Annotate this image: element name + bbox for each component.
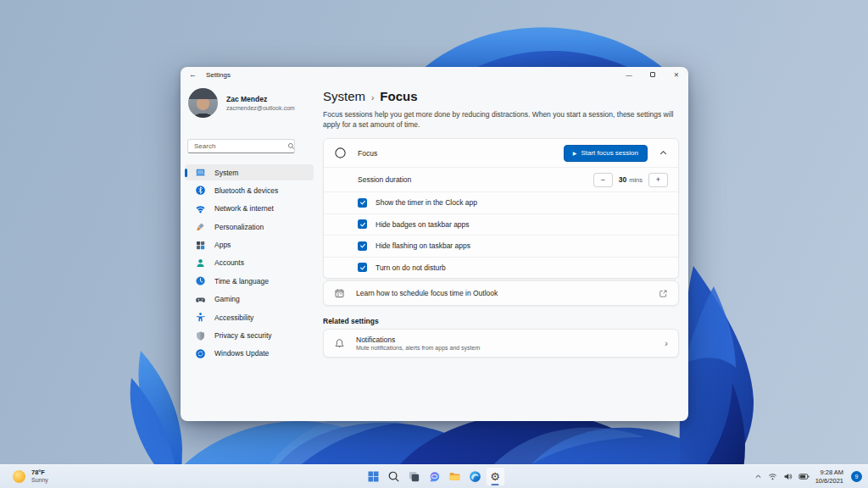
profile-email: zacmendez@outlook.com: [226, 105, 295, 111]
apps-icon: [195, 240, 206, 251]
taskbar-search-button[interactable]: [384, 467, 403, 486]
file-explorer-icon: [448, 470, 461, 483]
windows-logo-icon: [367, 470, 380, 483]
sidebar-item-label: System: [214, 169, 238, 177]
minimize-button[interactable]: —: [617, 67, 641, 82]
sidebar-item-label: Privacy & security: [214, 331, 272, 340]
notifications-title: Notifications: [356, 336, 480, 344]
notifications-card[interactable]: Notifications Mute notifications, alerts…: [323, 329, 679, 358]
bluetooth-icon: [195, 185, 206, 196]
page-description: Focus sessions help you get more done by…: [323, 109, 679, 130]
titlebar: ← Settings — ✕: [181, 67, 688, 82]
checkbox-checked-icon[interactable]: [358, 219, 367, 229]
clock[interactable]: 9:28 AM 10/6/2021: [815, 469, 843, 485]
edge-icon: [469, 470, 481, 483]
sidebar-nav: System Bluetooth & devices Network & int…: [185, 164, 314, 362]
sidebar-item-apps[interactable]: Apps: [185, 237, 314, 253]
chat-icon: [428, 470, 441, 483]
sidebar-item-privacy[interactable]: Privacy & security: [185, 328, 314, 344]
related-settings-heading: Related settings: [323, 317, 379, 325]
breadcrumb-parent[interactable]: System: [323, 89, 365, 103]
accounts-icon: [195, 258, 206, 269]
focus-title: Focus: [358, 149, 377, 158]
sidebar-item-accounts[interactable]: Accounts: [185, 255, 314, 271]
widgets-weather-button[interactable]: 78°F Sunny: [8, 465, 53, 488]
weather-temperature: 78°F: [31, 469, 48, 477]
start-focus-session-button[interactable]: ▶ Start focus session: [564, 145, 648, 162]
system-icon: [195, 167, 206, 178]
gear-icon: ⚙: [490, 471, 500, 482]
chevron-up-icon[interactable]: [659, 148, 668, 158]
search-icon: [387, 470, 400, 483]
personalization-icon: [195, 221, 206, 232]
duration-decrease-button[interactable]: −: [593, 173, 613, 187]
checkbox-checked-icon[interactable]: [358, 241, 367, 251]
chat-button[interactable]: [425, 467, 444, 486]
sidebar-item-label: Windows Update: [214, 349, 269, 358]
hidden-icons-chevron-icon[interactable]: [754, 473, 762, 480]
settings-app-button[interactable]: ⚙: [486, 467, 505, 486]
close-button[interactable]: ✕: [665, 67, 688, 82]
sidebar-item-system[interactable]: System: [185, 164, 314, 180]
notifications-subtitle: Mute notifications, alerts from apps and…: [356, 345, 480, 351]
back-button[interactable]: ←: [189, 71, 197, 79]
gaming-icon: [195, 294, 206, 305]
checkbox-row-timer[interactable]: Show the timer in the Clock app: [324, 191, 678, 214]
outlook-link-card[interactable]: Learn how to schedule focus time in Outl…: [323, 280, 679, 306]
focus-icon: [334, 147, 347, 159]
sidebar-item-time-language[interactable]: Time & language: [185, 273, 314, 289]
checkbox-row-badges[interactable]: Hide badges on taskbar apps: [324, 214, 678, 236]
start-button[interactable]: [364, 467, 383, 486]
windows-update-icon: [195, 348, 206, 359]
battery-icon[interactable]: [798, 471, 810, 482]
main-pane: System › Focus Focus sessions help you g…: [323, 82, 682, 421]
sidebar-item-label: Network & internet: [214, 204, 274, 213]
duration-number: 30: [619, 175, 626, 184]
checkbox-row-dnd[interactable]: Turn on do not disturb: [324, 257, 678, 279]
sidebar-item-personalization[interactable]: Personalization: [185, 219, 314, 235]
checkbox-checked-icon[interactable]: [358, 263, 367, 272]
sidebar-item-label: Bluetooth & devices: [214, 186, 278, 195]
sidebar-item-bluetooth[interactable]: Bluetooth & devices: [185, 182, 314, 198]
profile-name: Zac Mendez: [226, 95, 295, 103]
edge-button[interactable]: [465, 467, 485, 486]
duration-value: 30mins: [619, 175, 643, 184]
sidebar-item-gaming[interactable]: Gaming: [185, 291, 314, 308]
notification-count-badge[interactable]: 9: [851, 471, 862, 482]
duration-increase-button[interactable]: +: [648, 173, 668, 187]
search-icon: [287, 142, 295, 150]
maximize-button[interactable]: [641, 67, 665, 82]
sidebar-item-label: Gaming: [214, 295, 240, 303]
tray-date: 10/6/2021: [815, 477, 843, 485]
search-box: [187, 139, 295, 153]
task-view-icon: [408, 470, 420, 483]
checkbox-checked-icon[interactable]: [358, 198, 367, 208]
sidebar-item-label: Accounts: [214, 258, 244, 267]
checkbox-label: Hide badges on taskbar apps: [376, 220, 470, 229]
sidebar-item-accessibility[interactable]: Accessibility: [185, 309, 314, 325]
task-view-button[interactable]: [404, 467, 424, 486]
checkbox-label: Turn on do not disturb: [376, 263, 446, 272]
settings-window: ← Settings — ✕ Zac Mendez zacmendez@outl…: [181, 67, 688, 421]
wifi-icon[interactable]: [768, 472, 777, 481]
focus-header-row[interactable]: Focus ▶ Start focus session: [324, 139, 678, 167]
sidebar-item-windows-update[interactable]: Windows Update: [185, 346, 314, 362]
external-link-icon: [659, 289, 668, 298]
file-explorer-button[interactable]: [445, 467, 465, 486]
sidebar-item-label: Time & language: [214, 277, 269, 286]
network-icon: [195, 203, 206, 214]
window-controls: — ✕: [617, 67, 688, 82]
search-input[interactable]: [188, 142, 287, 150]
sidebar-item-label: Personalization: [214, 223, 264, 231]
focus-card: Focus ▶ Start focus session Session dura…: [323, 138, 679, 279]
session-duration-label: Session duration: [358, 175, 411, 184]
start-focus-session-label: Start focus session: [581, 149, 638, 157]
calendar-icon: [334, 288, 345, 299]
volume-icon[interactable]: [783, 472, 793, 481]
checkbox-label: Show the timer in the Clock app: [376, 198, 477, 207]
checkbox-row-flashing[interactable]: Hide flashing on taskbar apps: [324, 235, 678, 257]
profile[interactable]: Zac Mendez zacmendez@outlook.com: [188, 88, 295, 118]
session-duration-row: Session duration − 30mins +: [324, 167, 678, 191]
sidebar-item-network[interactable]: Network & internet: [185, 201, 314, 217]
sidebar: Zac Mendez zacmendez@outlook.com System: [181, 82, 318, 421]
